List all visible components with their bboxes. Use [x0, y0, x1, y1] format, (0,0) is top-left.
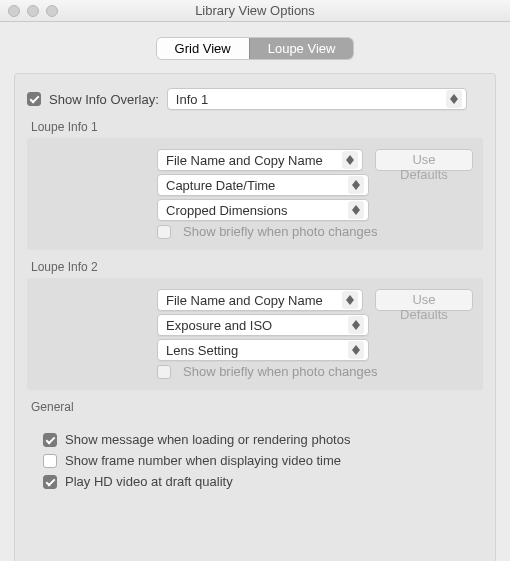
- tab-loupe-view[interactable]: Loupe View: [249, 38, 354, 59]
- show-frame-number-checkbox[interactable]: [43, 454, 57, 468]
- show-info-overlay-label: Show Info Overlay:: [49, 92, 159, 107]
- svg-marker-7: [352, 210, 360, 215]
- loupe1-row3-select[interactable]: Cropped Dimensions: [157, 199, 369, 221]
- svg-marker-13: [352, 350, 360, 355]
- tab-grid-view[interactable]: Grid View: [157, 38, 249, 59]
- loupe1-briefly-label: Show briefly when photo changes: [183, 224, 377, 239]
- loupe2-row1-select[interactable]: File Name and Copy Name: [157, 289, 363, 311]
- options-panel: Show Info Overlay: Info 1 Loupe Info 1 F…: [14, 73, 496, 561]
- loupe1-row1-select[interactable]: File Name and Copy Name: [157, 149, 363, 171]
- general-group: Show message when loading or rendering p…: [27, 418, 483, 503]
- loupe2-row3-select[interactable]: Lens Setting: [157, 339, 369, 361]
- loupe-info-2-title: Loupe Info 2: [31, 260, 483, 274]
- info-overlay-select[interactable]: Info 1: [167, 88, 467, 110]
- stepper-icon: [348, 316, 364, 334]
- show-info-overlay-checkbox[interactable]: [27, 92, 41, 106]
- loupe1-row2-select[interactable]: Capture Date/Time: [157, 174, 369, 196]
- stepper-icon: [446, 90, 462, 108]
- stepper-icon: [342, 151, 358, 169]
- svg-marker-11: [352, 325, 360, 330]
- loupe-info-1-group: File Name and Copy Name Use Defaults Cap…: [27, 138, 483, 250]
- stepper-icon: [348, 341, 364, 359]
- loupe1-briefly-checkbox[interactable]: [157, 225, 171, 239]
- loupe-info-2-group: File Name and Copy Name Use Defaults Exp…: [27, 278, 483, 390]
- view-tabs: Grid View Loupe View: [14, 38, 496, 59]
- general-title: General: [31, 400, 483, 414]
- window-title: Library View Options: [0, 3, 510, 18]
- show-message-checkbox[interactable]: [43, 433, 57, 447]
- loupe2-briefly-label: Show briefly when photo changes: [183, 364, 377, 379]
- stepper-icon: [348, 176, 364, 194]
- stepper-icon: [348, 201, 364, 219]
- loupe2-briefly-checkbox[interactable]: [157, 365, 171, 379]
- play-hd-draft-label: Play HD video at draft quality: [65, 474, 233, 489]
- loupe2-use-defaults-button[interactable]: Use Defaults: [375, 289, 473, 311]
- loupe1-use-defaults-button[interactable]: Use Defaults: [375, 149, 473, 171]
- play-hd-draft-checkbox[interactable]: [43, 475, 57, 489]
- window-titlebar: Library View Options: [0, 0, 510, 22]
- loupe-info-1-title: Loupe Info 1: [31, 120, 483, 134]
- svg-marker-5: [352, 185, 360, 190]
- svg-marker-1: [450, 99, 458, 104]
- stepper-icon: [342, 291, 358, 309]
- show-frame-number-label: Show frame number when displaying video …: [65, 453, 341, 468]
- show-message-label: Show message when loading or rendering p…: [65, 432, 350, 447]
- loupe2-row2-select[interactable]: Exposure and ISO: [157, 314, 369, 336]
- svg-marker-3: [346, 160, 354, 165]
- svg-marker-9: [346, 300, 354, 305]
